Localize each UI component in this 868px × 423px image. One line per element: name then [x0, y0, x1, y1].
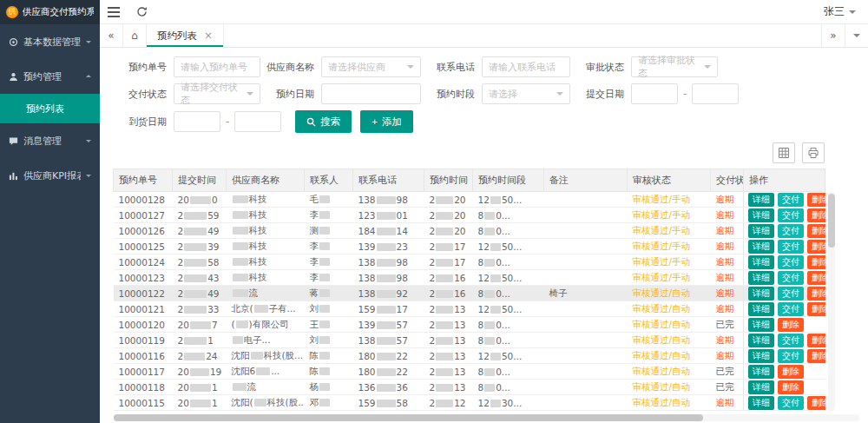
order-no-input[interactable] [174, 56, 260, 77]
detail-button[interactable]: 详细 [748, 271, 774, 285]
table-row[interactable]: 10000118201流杨1363621380...审核通过/自动已完详细删除 [114, 380, 825, 395]
detail-button[interactable]: 详细 [748, 396, 774, 410]
col-reservation-time[interactable]: 预约时间 [424, 169, 473, 192]
delete-button[interactable]: 删除 [807, 224, 825, 238]
tab-reservation-list[interactable]: 预约列表 × [147, 24, 224, 47]
delete-button[interactable]: 删除 [807, 208, 825, 222]
table-row[interactable]: 100001172019沈阳6...陈1802221380...审核通过/自动已… [114, 364, 825, 380]
slot-select[interactable]: 请选择 [482, 83, 570, 104]
col-delivery-status[interactable]: 交付状态 [711, 169, 744, 192]
delete-button[interactable]: 删除 [778, 380, 804, 394]
deliver-button[interactable]: 交付 [778, 302, 804, 316]
submit-date-end-input[interactable] [692, 83, 739, 104]
vertical-scrollbar-thumb[interactable] [828, 194, 835, 248]
table-row[interactable]: 10000123243科技李138982161250...审核通过/手动逾期详细… [114, 270, 825, 286]
col-contact[interactable]: 联系人 [305, 169, 353, 192]
tab-close-icon[interactable]: × [204, 30, 213, 42]
horizontal-scrollbar-thumb[interactable] [114, 414, 703, 421]
table-row[interactable]: 10000124258科技李1389821780...审核通过/手动逾期详细交付… [114, 254, 825, 270]
print-button[interactable] [802, 142, 825, 163]
detail-button[interactable]: 详细 [748, 255, 774, 269]
table-row[interactable]: 10000121233北京(子有...刘159172131250...审核通过/… [114, 301, 825, 317]
col-order-no[interactable]: 预约单号 [114, 169, 173, 192]
delete-button[interactable]: 删除 [807, 255, 825, 269]
sidebar-item-messages[interactable]: 消息管理 [0, 123, 100, 158]
detail-button[interactable]: 详细 [748, 287, 774, 301]
delete-button[interactable]: 删除 [778, 365, 804, 379]
delete-button[interactable]: 删除 [807, 302, 825, 316]
tab-menu-icon[interactable] [845, 24, 868, 47]
detail-button[interactable]: 详细 [748, 380, 774, 394]
tab-scroll-left-icon[interactable]: « [100, 24, 123, 47]
detail-button[interactable]: 详细 [748, 365, 774, 379]
sidebar-item-kpi-report[interactable]: 供应商KPI报表 [0, 158, 100, 193]
detail-button[interactable]: 详细 [748, 193, 774, 207]
table-row[interactable]: 10000128200科技毛138982201250...审核通过/手动逾期详细… [114, 192, 825, 208]
table-row[interactable]: 10000120207()有限公司王1395721380...审核通过/自动已完… [114, 317, 825, 333]
tab-scroll-right-icon[interactable]: » [821, 24, 845, 47]
sidebar-item-reservation-list[interactable]: 预约列表 [0, 94, 100, 123]
supplier-select[interactable]: 请选择供应商 [321, 56, 421, 77]
sidebar-item-basic-data[interactable]: 基本数据管理 [0, 24, 100, 59]
add-button[interactable]: + 添加 [360, 110, 413, 133]
delivery-status-select[interactable]: 请选择交付状态 [174, 83, 260, 104]
table-row[interactable]: 10000125239科技李139232171250...审核通过/手动逾期详细… [114, 239, 825, 254]
cell-remark [544, 333, 628, 348]
sidebar-item-label: 消息管理 [23, 135, 81, 148]
phone-input[interactable] [482, 56, 570, 77]
arrive-date-start-input[interactable] [174, 111, 220, 132]
detail-button[interactable]: 详细 [748, 224, 774, 238]
vertical-scrollbar[interactable] [828, 192, 835, 411]
detail-button[interactable]: 详细 [748, 334, 774, 347]
cell-text: 57 [397, 320, 408, 330]
refresh-icon[interactable] [128, 0, 155, 24]
delete-button[interactable]: 删除 [807, 271, 825, 285]
col-supplier[interactable]: 供应商名称 [227, 169, 305, 192]
table-row[interactable]: 10000126249科技测1841422080...审核通过/手动逾期详细交付… [114, 223, 825, 239]
deliver-button[interactable]: 交付 [778, 240, 804, 254]
table-row[interactable]: 10000127259科技李1230122080...审核通过/手动逾期详细交付… [114, 208, 825, 223]
deliver-button[interactable]: 交付 [778, 396, 804, 410]
table-row[interactable]: 10000116224沈阳科技(股...陈180222131250...审核通过… [114, 348, 825, 364]
delete-button[interactable]: 删除 [807, 334, 825, 347]
detail-button[interactable]: 详细 [748, 240, 774, 254]
table-row[interactable]: 1000011921电子...刘1385721380...审核通过/自动逾期详细… [114, 333, 825, 348]
detail-button[interactable]: 详细 [748, 208, 774, 222]
delete-button[interactable]: 删除 [778, 318, 804, 332]
reservation-date-input[interactable] [321, 83, 421, 104]
cell-review-status: 审核通过/自动 [628, 317, 711, 333]
user-menu[interactable]: 张三 [812, 4, 868, 19]
table-row[interactable]: 10000115201沈阳(科技(股...邓159582121230...审核通… [114, 395, 825, 411]
deliver-button[interactable]: 交付 [778, 224, 804, 238]
deliver-button[interactable]: 交付 [778, 208, 804, 222]
search-button[interactable]: 搜索 [295, 110, 352, 133]
deliver-button[interactable]: 交付 [778, 334, 804, 347]
delete-button[interactable]: 删除 [807, 240, 825, 254]
col-remark[interactable]: 备注 [544, 169, 628, 192]
table-row[interactable]: 10000122249流蒋1389221680...椅子审核通过/自动逾期详细交… [114, 286, 825, 301]
submit-date-start-input[interactable] [631, 83, 678, 104]
sidebar-item-reservation[interactable]: 预约管理 [0, 59, 100, 94]
col-review-status[interactable]: 审核状态 [628, 169, 711, 192]
delete-button[interactable]: 删除 [807, 349, 825, 363]
col-reservation-slot[interactable]: 预约时间段 [473, 169, 544, 192]
filter-columns-button[interactable] [773, 142, 795, 163]
col-submit-time[interactable]: 提交时间 [173, 169, 227, 192]
deliver-button[interactable]: 交付 [778, 349, 804, 363]
detail-button[interactable]: 详细 [748, 318, 774, 332]
arrive-date-end-input[interactable] [234, 111, 281, 132]
sidebar-toggle-icon[interactable] [100, 0, 128, 24]
deliver-button[interactable]: 交付 [778, 193, 804, 207]
col-phone[interactable]: 联系电话 [353, 169, 424, 192]
horizontal-scrollbar[interactable] [113, 414, 859, 421]
detail-button[interactable]: 详细 [748, 302, 774, 316]
home-tab-icon[interactable]: ⌂ [123, 24, 147, 47]
delete-button[interactable]: 删除 [807, 193, 825, 207]
review-status-select[interactable]: 请选择审批状态 [631, 56, 718, 77]
deliver-button[interactable]: 交付 [778, 255, 804, 269]
deliver-button[interactable]: 交付 [778, 287, 804, 301]
delete-button[interactable]: 删除 [807, 287, 825, 301]
delete-button[interactable]: 删除 [807, 396, 825, 410]
deliver-button[interactable]: 交付 [778, 271, 804, 285]
detail-button[interactable]: 详细 [748, 349, 774, 363]
